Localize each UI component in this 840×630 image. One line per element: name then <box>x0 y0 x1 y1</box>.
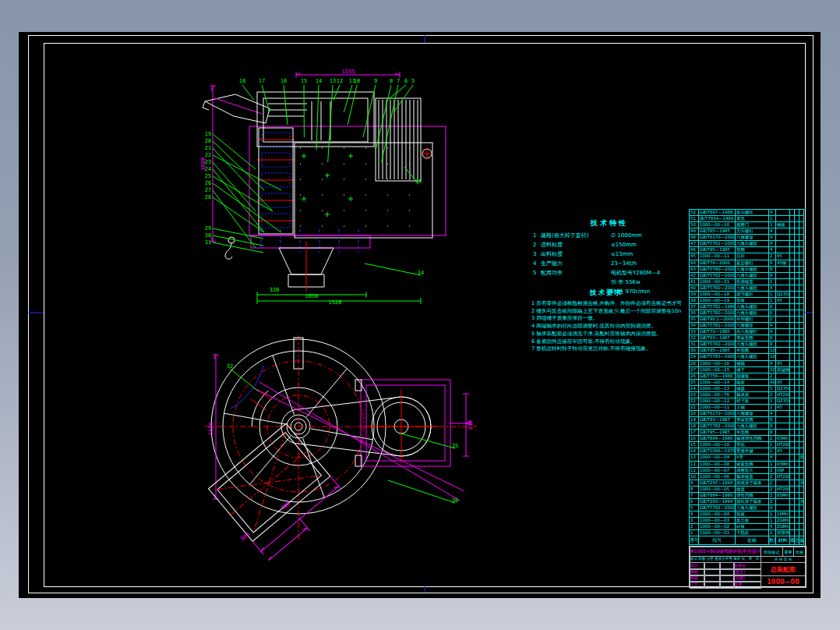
bom-row: 381000—00—19垫板145 <box>690 298 806 304</box>
svg-text:210: 210 <box>468 420 474 430</box>
bom-row: 48GB/T6170—2000六角螺母4 <box>690 235 806 241</box>
svg-text:12: 12 <box>337 78 343 84</box>
requirement-line: 1 所有零件必须检验检测合格,外购件、外协件必须有合格证书才可装配。 <box>531 300 681 308</box>
bom-row: 501000—00—10观察门1钢板 <box>690 222 806 228</box>
bom-row: 7GB/T894—1986弹性挡圈265Mn <box>690 493 806 499</box>
svg-text:1120: 1120 <box>208 423 214 436</box>
bom-row: 35GB/T90.1—2000吊环螺钉2 <box>690 317 806 323</box>
bom-row: 51JB/T7934—1999罩壳1 <box>690 216 806 222</box>
bom-row: 151000—00—10带轮1HT200 <box>690 442 806 448</box>
svg-text:19: 19 <box>205 131 211 137</box>
bom-row: 121000—00—08锁紧垫圈165Mn <box>690 462 806 468</box>
bom-row: 41000—00—04筛板116Mn <box>690 511 806 518</box>
tech-requirements-lines: 1 所有零件必须检验检测合格,外购件、外协件必须有合格证书才可装配。2 锤头与反… <box>531 300 681 353</box>
bom-row: 18GB/T5782—2000六角头螺栓8 <box>690 423 806 430</box>
requirement-line: 4 两端轴承的径向游隙调整时,使其转动内应协调润滑。 <box>531 323 681 331</box>
title-block-cell <box>719 581 735 589</box>
svg-text:1600: 1600 <box>200 158 206 171</box>
svg-text:18: 18 <box>239 78 245 84</box>
bom-row: 21000—00—02衬板4ZGMn13 <box>690 524 806 530</box>
bom-row: 49GB/T85—1985方头螺钉4 <box>690 228 806 235</box>
bom-row: 241000—00—13锤盘5Q235A <box>690 386 806 392</box>
bom-row: 40GB/T5780—2000六角头螺栓4 <box>690 285 806 292</box>
top-view-elevation <box>203 72 446 304</box>
bom-row: 271000—00—15锤子32高锰钢 <box>690 367 806 373</box>
tech-specs-rows: 1规格(最大转子直径)∅ 1000mm2进料粒度≤150mm3出料粒度≤13mm… <box>533 231 686 296</box>
requirement-line: 7 整机运转时转子转动应灵活对称,不得有碰撞现象。 <box>531 345 681 353</box>
bom-row: 5GB/T5782—2000六角头螺栓4 <box>690 505 806 511</box>
title-block-cell: 工艺 <box>690 581 705 589</box>
svg-text:15: 15 <box>301 78 307 84</box>
bom-row: 211000—00—11主轴145 <box>690 405 806 411</box>
bom-row: 34GB/T5781—2000六角螺栓4 <box>690 323 806 329</box>
svg-text:7: 7 <box>397 78 400 84</box>
spec-row: 功 率 55Kw <box>533 278 686 287</box>
bom-row: 231000—00—76轴承座2HT200 <box>690 392 806 398</box>
bom-row: 33GB/T70—1985内六角螺钉4 <box>690 329 806 335</box>
svg-text:9: 9 <box>374 78 377 84</box>
bom-row: 14GB/T1096—1979普通平键145 <box>690 448 806 455</box>
svg-text:1555: 1555 <box>342 69 355 75</box>
drawing-number: 1000—00 <box>761 575 806 588</box>
bom-row: 111000—00—07调整垫片208F <box>690 468 806 474</box>
bom-row: 26GB/T756—1986圆螺母2 <box>690 373 806 380</box>
bom-parts-table: 52GB/T897—1988双头螺柱451JB/T7934—1999罩壳1501… <box>689 209 806 545</box>
svg-text:21: 21 <box>205 145 211 151</box>
bom-row: 44GB/T76—2000紧定螺钉445钢 <box>690 260 806 267</box>
spec-row: 4生产能力23~34t/h <box>533 259 686 268</box>
bom-row: 52GB/T897—1988双头螺柱4 <box>690 210 806 216</box>
bom-row: 31GB/T5782—2000六角头螺栓8 <box>690 342 806 348</box>
svg-text:27: 27 <box>205 187 211 193</box>
bom-row: 391000—00—18调节螺杆1Q235A <box>690 292 806 298</box>
bom-row: 17GB/T95—1985平垫圈8 <box>690 430 806 436</box>
title-block-cell: 批准 <box>733 581 761 589</box>
svg-text:32: 32 <box>227 363 233 370</box>
svg-text:14: 14 <box>316 78 322 84</box>
tech-specs-title: 技术特性 <box>533 218 686 228</box>
bom-row: 37GB/T5781—1986六角头螺栓6 <box>690 304 806 310</box>
svg-text:5: 5 <box>411 78 415 84</box>
svg-text:1050: 1050 <box>305 293 319 299</box>
bom-row: 20GB/T6170—2000六角螺母4 <box>690 411 806 417</box>
bom-row: 43GB/T5780—2000六角头螺栓8 <box>690 267 806 273</box>
svg-text:13: 13 <box>330 78 336 84</box>
requirement-line: 2 锤头与反击板间隙由上至下逐渐减少,最后一个间隙应调整在10mm之内。 <box>531 308 681 316</box>
bom-row: 251000—00—14隔套4045 <box>690 380 806 386</box>
svg-text:1520: 1520 <box>329 299 342 306</box>
bom-row: 31000—00—03反击板1ZGMn13 <box>690 518 806 524</box>
title-block: Φ1000×800锤式破碎机毕业设计 阶段标记 重量 比例 标记 处数 分区 更… <box>689 546 806 588</box>
svg-text:16: 16 <box>281 78 287 84</box>
bom-row: 221000—00—12转子架1Q235A <box>690 398 806 405</box>
bom-row: 9GB/T297—1994圆锥滚子轴承2外购 <box>690 480 806 487</box>
spec-row: 3出料粒度≤13mm <box>533 250 686 259</box>
svg-text:20: 20 <box>205 138 211 144</box>
bom-row: 42GB/T5782—2000六角头螺栓8 <box>690 273 806 279</box>
dimension-labels: 15551600320105015206809002101120 <box>200 69 474 543</box>
plan-view <box>205 335 477 564</box>
spec-row: 5配用功率电机型号Y280M—4 <box>533 268 686 278</box>
svg-text:26: 26 <box>205 180 211 186</box>
bom-row: 46GB/T95—1985垫圈4 <box>690 247 806 253</box>
bom-row: 16GB/T894—1986轴用弹性挡圈265Mn <box>690 436 806 442</box>
bom-row: 32GB/T93—1987弹簧垫圈8 <box>690 335 806 342</box>
bom-row: 19GB/T93—1987弹簧垫圈8 <box>690 417 806 423</box>
spec-row: 2进料粒度≤150mm <box>533 240 686 250</box>
drawing-name: 总装配图 <box>761 562 806 576</box>
tech-requirements-panel: 技术要求 1 所有零件必须检验检测合格,外购件、外协件必须有合格证书才可装配。2… <box>531 288 681 353</box>
bom-row: 451000—00—11拉杆245 <box>690 253 806 260</box>
svg-text:28: 28 <box>205 194 211 200</box>
bom-row: 81000—00—05端盖2HT200 <box>690 487 806 493</box>
bom-row: 101000—00—06轴承端盖2HT200 <box>690 474 806 480</box>
tech-specs-panel: 技术特性 1规格(最大转子直径)∅ 1000mm2进料粒度≤150mm3出料粒度… <box>533 218 686 296</box>
bom-row: 6GB/T283—1994圆柱滚子轴承2外购 <box>690 499 806 505</box>
bom-row: 411000—00—21机座端盖1 <box>690 279 806 285</box>
svg-text:900: 900 <box>239 531 251 542</box>
svg-text:31: 31 <box>205 239 211 246</box>
bom-row: 131000—00—09V带4B型 <box>690 455 806 461</box>
bom-row: 36GB/T5780—2000六角头螺栓6 <box>690 310 806 317</box>
requirement-line: 3 四组锤子质量应保持一致。 <box>531 315 681 323</box>
bom-row: 281000—00—16锤轴445 <box>690 361 806 367</box>
svg-text:6: 6 <box>404 78 408 84</box>
svg-text:30: 30 <box>205 232 211 239</box>
bom-header-row: 序号代号名称数量材料单件总计备注 <box>690 536 806 545</box>
